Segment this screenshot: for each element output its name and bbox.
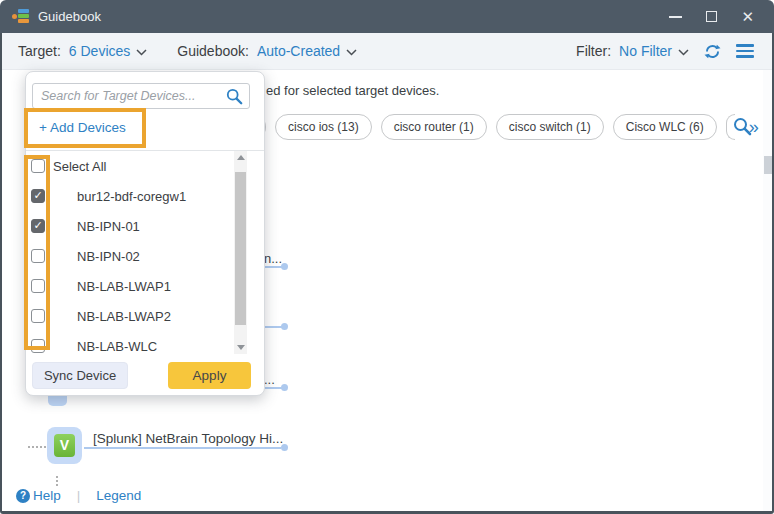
device-list-item[interactable]: NB-IPN-02 [26,241,264,271]
scroll-down-icon[interactable] [237,345,245,350]
device-checkbox[interactable] [31,189,45,203]
refresh-icon[interactable] [703,42,722,61]
device-icon [56,220,71,232]
device-checkbox[interactable] [31,279,45,293]
add-devices-link[interactable]: + Add Devices [39,120,126,135]
device-search-input[interactable] [33,89,226,103]
select-all-row[interactable]: Select All [26,151,264,181]
device-checkbox[interactable] [31,249,45,263]
footer-divider: | [77,488,81,503]
target-value[interactable]: 6 Devices [69,43,130,59]
device-icon [56,250,71,262]
device-list-item[interactable]: NB-LAB-LWAP2 [26,301,264,331]
device-name: NB-LAB-LWAP2 [77,309,171,324]
toolbar: Target: 6 Devices Guidebook: Auto-Create… [2,33,772,70]
chevron-down-icon [136,43,147,59]
title-bar: Guidebook ✕ [0,0,774,33]
guidebook-value[interactable]: Auto-Created [257,43,340,59]
guidebook-logo-icon [12,8,31,25]
item-connector-line [265,387,282,389]
device-icon [56,190,71,202]
content-header-text-fragment: ed for selected target devices. [266,83,439,98]
filter-chip[interactable]: cisco switch (1) [496,114,604,140]
tree-dotted-connector [56,476,58,486]
apply-button[interactable]: Apply [168,362,251,389]
legend-link[interactable]: Legend [96,488,141,503]
maximize-icon[interactable] [706,11,717,22]
device-icon [56,310,71,322]
variable-icon: V [54,434,75,457]
menu-icon[interactable] [736,44,754,58]
main-scrollbar-thumb[interactable] [764,156,772,174]
splunk-item-title[interactable]: [Splunk] NetBrain Topology Hi... [93,431,283,446]
help-link[interactable]: Help [33,488,61,503]
item-connector-line [265,326,282,328]
splunk-item-icon[interactable]: V [47,427,82,464]
item-connector-dot [281,384,288,391]
filter-dropdown[interactable]: Filter: No Filter [576,43,689,59]
device-list-item[interactable]: NB-LAB-LWAP1 [26,271,264,301]
filter-value[interactable]: No Filter [619,43,672,59]
device-name: NB-LAB-WLC [77,339,157,354]
device-list-item[interactable]: NB-LAB-WLC [26,331,264,355]
device-search-box [32,83,250,109]
device-checkbox[interactable] [31,309,45,323]
device-name: NB-IPN-02 [77,249,140,264]
list-scrollbar-track[interactable] [234,151,247,354]
filter-chip[interactable]: Cisco WLC (6) [613,114,717,140]
item-connector-dot [281,323,288,330]
chevron-down-icon [346,43,357,59]
device-name: NB-IPN-01 [77,219,140,234]
window-title: Guidebook [38,9,101,24]
device-checkbox[interactable] [31,219,45,233]
select-all-checkbox[interactable] [31,159,45,173]
close-icon[interactable]: ✕ [741,9,754,24]
item-connector-dot [281,444,288,451]
target-label: Target: [18,43,61,59]
hidden-item-text-fragment: ... [264,372,275,387]
search-icon[interactable] [226,88,243,105]
device-name: bur12-bdf-coregw1 [77,189,186,204]
device-icon [56,340,71,352]
device-list-item[interactable]: NB-IPN-01 [26,211,264,241]
tree-dotted-connector [28,446,46,448]
filter-chips: ) cisco ios (13)cisco router (1)cisco sw… [248,114,759,140]
footer: ? Help | Legend [16,488,141,503]
device-name: NB-LAB-LWAP1 [77,279,171,294]
target-dropdown[interactable]: Target: 6 Devices [18,43,147,59]
item-connector-line [265,266,282,268]
device-icon [56,280,71,292]
guidebook-label: Guidebook: [177,43,249,59]
chevron-down-icon [678,43,689,59]
filter-chip[interactable]: cisco router (1) [381,114,487,140]
target-devices-popup: + Add Devices Select All bur12-bdf-coreg… [25,71,265,396]
help-icon[interactable]: ? [16,489,30,503]
device-checkbox[interactable] [31,339,45,353]
scroll-up-icon[interactable] [237,155,245,160]
hidden-item-text-fragment: n... [264,251,282,266]
list-scrollbar-thumb[interactable] [235,172,246,325]
select-all-label: Select All [53,159,106,174]
main-scrollbar-track[interactable] [763,70,772,511]
device-list: Select All bur12-bdf-coregw1 NB-IPN-01 N… [26,150,264,355]
guidebook-dropdown[interactable]: Guidebook: Auto-Created [177,43,357,59]
sync-device-button[interactable]: Sync Device [32,362,128,389]
item-connector-dot [281,263,288,270]
device-list-item[interactable]: bur12-bdf-coregw1 [26,181,264,211]
search-icon[interactable] [733,117,752,140]
item-connector-line [84,447,281,449]
filter-label: Filter: [576,43,611,59]
filter-chip[interactable]: cisco ios (13) [275,114,372,140]
minimize-icon[interactable] [669,16,682,18]
